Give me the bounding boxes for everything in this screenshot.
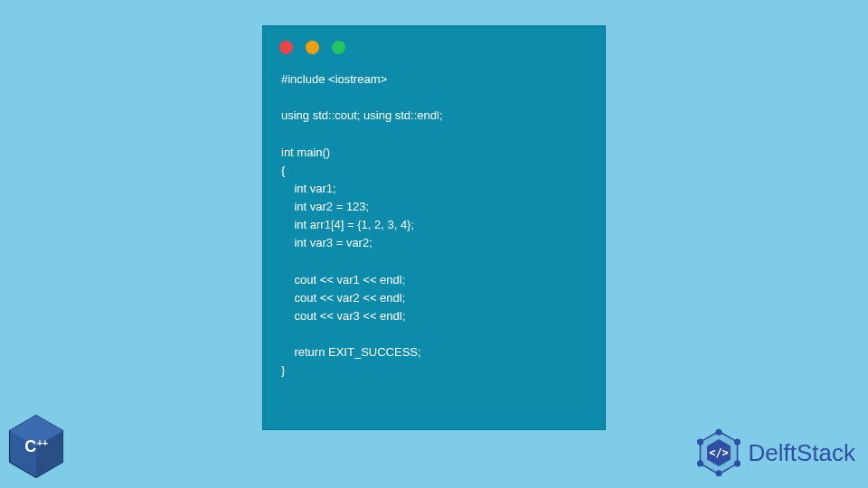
window-traffic-lights [263,26,605,63]
svg-point-8 [716,471,721,475]
svg-point-7 [734,461,739,465]
cpp-label: C++ [5,412,67,481]
cpp-letter: C [24,437,36,456]
code-window: #include <iostream> using std::cout; usi… [262,25,606,430]
brand-container: </> DelftStack [694,428,856,477]
svg-text:</>: </> [709,446,728,459]
svg-point-6 [734,439,739,444]
code-content: #include <iostream> using std::cout; usi… [263,63,605,398]
brand-logo-icon: </> [694,428,743,477]
maximize-icon [332,41,345,54]
svg-point-10 [697,439,702,444]
cpp-plus: ++ [37,437,48,448]
minimize-icon [306,41,319,54]
svg-point-9 [697,461,702,465]
brand-name: DelftStack [749,439,856,467]
svg-point-5 [716,430,721,435]
close-icon [279,41,293,54]
cpp-language-badge: C++ [5,412,69,483]
